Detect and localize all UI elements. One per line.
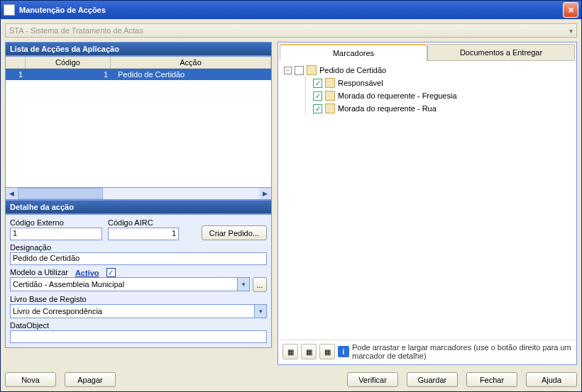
main-area: Lista de Acções da Aplicação Código Acçã… [5,42,577,365]
titlebar: Manutenção de Acções ✕ [1,1,581,19]
close-icon[interactable]: ✕ [563,2,578,18]
grid-body: 1 1 Pedido de Certidão [6,69,271,187]
modelo-select[interactable]: Certidão - Assembleia Municipal ▾ [10,277,250,291]
tree-item-label: Morada do requerente - Freguesia [338,91,457,100]
detail-panel: Código Externo 1 Código AIRC 1 Criar Ped… [5,214,272,348]
livro-select[interactable]: Livro de Correspondência ▾ [10,304,267,318]
tree-item[interactable]: ✓ Responsável [313,77,571,89]
tree-checkbox[interactable]: ✓ [313,79,322,88]
criar-pedido-button[interactable]: Criar Pedido... [202,225,267,240]
grid-header-action[interactable]: Acção [111,57,271,68]
activo-link[interactable]: Activo [75,269,99,277]
marker-icon [325,78,335,88]
scroll-left-icon[interactable]: ◀ [6,188,18,199]
actions-list-title: Lista de Acções da Aplicação [5,42,272,56]
activo-checkbox[interactable]: ✓ [106,268,116,277]
designacao-field[interactable]: Pedido de Certidão [10,252,267,265]
right-pane: Marcadores Documentos a Entregar − ✓ Ped… [278,42,577,365]
tree-item[interactable]: ✓ Morada do requerente - Rua [313,102,571,115]
dialog-window: Manutenção de Acções ✕ STA - Sistema de … [0,0,582,392]
left-pane: Lista de Acções da Aplicação Código Acçã… [5,42,272,365]
tree-item[interactable]: ✓ Morada do requerente - Freguesia [313,89,571,102]
tree-root[interactable]: − ✓ Pedido de Certidão [284,64,571,77]
button-bar: Nova Apagar Verificar Guardar Fechar Aju… [1,369,581,391]
marker-tree: − ✓ Pedido de Certidão ✓ Responsável ✓ [280,61,575,340]
grid-header: Código Acção [6,57,271,69]
tool-button-1[interactable]: ▦ [282,344,298,359]
tab-documentos[interactable]: Documentos a Entregar [427,44,575,61]
apagar-button[interactable]: Apagar [65,372,116,387]
tree-checkbox[interactable]: ✓ [313,91,322,101]
scroll-track[interactable] [18,188,259,199]
livro-label: Livro Base de Registo [10,295,267,303]
guardar-button[interactable]: Guardar [407,372,458,387]
modelo-browse-button[interactable]: ... [253,277,267,292]
table-row[interactable]: 1 1 Pedido de Certidão [6,69,271,80]
chevron-down-icon: ▾ [237,278,249,291]
designacao-label: Designação [10,243,267,252]
tree-item-label: Morada do requerente - Rua [338,104,436,113]
detail-panel-title: Detalhe da acção [5,200,272,214]
ajuda-button[interactable]: Ajuda [526,372,577,387]
verificar-button[interactable]: Verificar [347,372,398,387]
modelo-select-value: Certidão - Assembleia Municipal [13,280,124,289]
tree-checkbox[interactable]: ✓ [313,104,322,113]
nova-button[interactable]: Nova [5,372,56,387]
row-num: 1 [6,69,26,80]
tool-button-2[interactable]: ▦ [301,344,317,359]
grid-scrollbar[interactable]: ◀ ▶ [5,188,272,200]
tabs: Marcadores Documentos a Entregar [280,44,575,61]
chevron-down-icon: ▾ [254,305,266,318]
tree-item-label: Responsável [338,79,383,87]
app-icon [4,4,15,16]
scroll-right-icon[interactable]: ▶ [259,188,271,199]
codigo-externo-field[interactable]: 1 [10,228,102,240]
tool-button-3[interactable]: ▦ [319,344,335,359]
application-select[interactable]: STA - Sistema de Tratamento de Actas ▾ [5,23,577,38]
tree-checkbox[interactable]: ✓ [295,66,304,75]
codigo-airc-label: Código AIRC [108,218,179,227]
content: STA - Sistema de Tratamento de Actas ▾ L… [1,19,581,369]
codigo-externo-label: Código Externo [10,218,102,227]
collapse-icon[interactable]: − [284,67,292,74]
tab-marcadores[interactable]: Marcadores [280,44,427,61]
livro-select-value: Livro de Correspondência [13,307,102,315]
dataobject-field[interactable] [10,330,267,343]
modelo-label: Modelo a Utilizar [10,268,68,276]
info-icon: i [338,346,349,357]
tree-root-label: Pedido de Certidão [319,66,386,74]
application-select-value: STA - Sistema de Tratamento de Actas [9,26,143,35]
scroll-thumb[interactable] [18,188,103,199]
actions-grid: Código Acção 1 1 Pedido de Certidão [5,56,272,188]
grid-header-blank [6,57,26,68]
chevron-down-icon: ▾ [569,27,573,35]
hint-text: Pode arrastar e largar marcadores (use o… [352,343,572,360]
tree-children: ✓ Responsável ✓ Morada do requerente - F… [305,77,571,115]
tree-toolbar: ▦ ▦ ▦ i Pode arrastar e largar marcadore… [280,340,575,363]
codigo-airc-field[interactable]: 1 [108,228,179,240]
fechar-button[interactable]: Fechar [466,372,517,387]
row-action: Pedido de Certidão [111,69,271,80]
grid-header-code[interactable]: Código [26,57,111,68]
marker-icon [325,103,335,113]
row-code: 1 [26,69,111,80]
marker-icon [325,91,335,101]
folder-icon [307,65,317,75]
window-title: Manutenção de Acções [19,6,563,14]
dataobject-label: DataObject [10,321,267,330]
